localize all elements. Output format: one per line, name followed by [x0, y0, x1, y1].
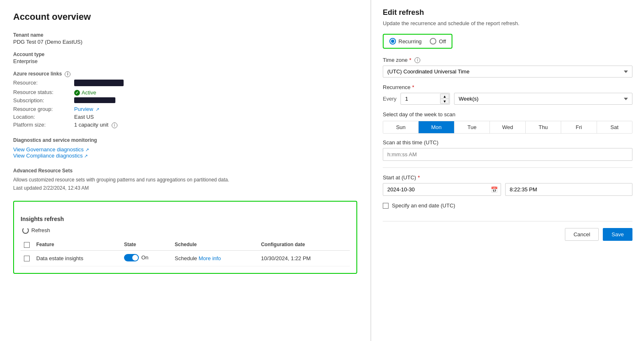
day-sun[interactable]: Sun — [383, 121, 419, 133]
schedule-header: Schedule — [171, 239, 258, 250]
platform-size-label: Platform size: — [13, 122, 71, 128]
recurrence-radio-group: Recurring Off — [383, 34, 452, 49]
resource-group-value: Purview ↗ — [74, 106, 357, 112]
refresh-icon — [22, 227, 29, 234]
scan-time-field: Scan at this time (UTC) — [383, 139, 632, 161]
recurrence-row: Every ▲ ▼ Day(s)Week(s)Month(s) — [383, 93, 632, 105]
location-value: East US — [74, 114, 357, 120]
recurring-radio[interactable] — [389, 38, 396, 45]
azure-links-label: Azure resource links i — [13, 71, 357, 77]
recurrence-number-wrap: ▲ ▼ — [400, 93, 450, 105]
off-option[interactable]: Off — [430, 38, 446, 45]
compliance-diagnostics-link[interactable]: View Compliance diagnostics ↗ — [13, 153, 88, 159]
start-required: * — [418, 174, 420, 181]
state-toggle[interactable] — [124, 254, 139, 261]
state-header: State — [121, 239, 171, 250]
resource-status-value: Active — [74, 89, 357, 96]
day-label: Select day of the week to scan — [383, 111, 632, 118]
state-cell: On — [121, 250, 171, 266]
timezone-label: Time zone * i — [383, 57, 632, 63]
panel-title: Edit refresh — [383, 8, 632, 17]
diagnostics-section: Diagnostics and service monitoring View … — [13, 137, 357, 159]
day-of-week-section: Select day of the week to scan Sun Mon T… — [383, 111, 632, 134]
panel-footer: Cancel Save — [383, 221, 632, 241]
tenant-value: PDG Test 07 (Demo EastUS) — [13, 39, 357, 45]
timezone-select[interactable]: (UTC) Coordinated Universal Time(UTC-05:… — [383, 66, 632, 78]
days-row: Sun Mon Tue Wed Thu Fri Sat — [383, 121, 632, 134]
config-date-cell: 10/30/2024, 1:22 PM — [258, 250, 350, 266]
more-info-link[interactable]: More info — [199, 255, 221, 261]
governance-diagnostics-link[interactable]: View Governance diagnostics ↗ — [13, 146, 89, 153]
subscription-value — [74, 97, 357, 104]
timezone-info-icon[interactable]: i — [415, 57, 420, 63]
cancel-button[interactable]: Cancel — [565, 228, 599, 241]
day-fri[interactable]: Fri — [561, 121, 597, 133]
resource-group-label: Resource group: — [13, 106, 71, 112]
start-label: Start at (UTC) * — [383, 174, 632, 181]
end-date-checkbox[interactable] — [383, 203, 389, 209]
feature-cell: Data estate insights — [33, 250, 121, 266]
platform-size-value: 1 capacity unit i — [74, 122, 357, 128]
save-button[interactable]: Save — [603, 228, 632, 241]
advanced-desc: Allows customized resource sets with gro… — [13, 176, 357, 183]
spin-down-button[interactable]: ▼ — [440, 99, 449, 104]
row-checkbox[interactable] — [24, 256, 30, 261]
page-title: Account overview — [13, 12, 357, 22]
insights-label: Insights refresh — [21, 216, 350, 222]
recurrence-required: * — [412, 84, 414, 90]
panel-subtitle: Update the recurrence and schedule of th… — [383, 20, 632, 26]
start-field: Start at (UTC) * 📅 — [383, 174, 632, 196]
divider — [383, 167, 632, 168]
left-panel: Account overview Tenant name PDG Test 07… — [0, 0, 371, 341]
toggle-wrap: On — [124, 254, 148, 261]
start-date-input[interactable] — [383, 183, 501, 196]
advanced-section: Advanced Resource Sets Allows customized… — [13, 168, 357, 191]
insights-section: Insights refresh Refresh Feature State S… — [13, 201, 357, 274]
scan-time-input[interactable] — [383, 148, 632, 161]
day-sat[interactable]: Sat — [597, 121, 632, 133]
recurrence-field: Recurrence * Every ▲ ▼ Day(s)Week(s)Mont… — [383, 84, 632, 105]
active-badge: Active — [74, 89, 96, 96]
feature-header: Feature — [33, 239, 121, 250]
resource-value — [74, 80, 357, 87]
external-link-icon-2: ↗ — [84, 153, 88, 158]
recurring-option[interactable]: Recurring — [389, 38, 422, 45]
account-type-label: Account type — [13, 52, 357, 57]
toggle-knob — [132, 255, 138, 261]
active-dot-icon — [74, 90, 80, 96]
scan-time-label: Scan at this time (UTC) — [383, 139, 632, 146]
row-checkbox-cell — [21, 250, 33, 266]
account-type-value: Enterprise — [13, 58, 357, 64]
recurring-label: Recurring — [398, 38, 422, 45]
start-time-input[interactable] — [505, 183, 632, 196]
off-radio[interactable] — [430, 38, 436, 45]
platform-info-icon[interactable]: i — [112, 122, 117, 128]
location-label: Location: — [13, 114, 71, 120]
subscription-label: Subscription: — [13, 97, 71, 104]
diagnostics-label: Diagnostics and service monitoring — [13, 137, 357, 143]
day-mon[interactable]: Mon — [419, 121, 454, 133]
end-date-row: Specify an end date (UTC) — [383, 202, 632, 209]
refresh-button[interactable]: Refresh — [21, 226, 52, 235]
config-date-header: Configuration date — [258, 239, 350, 250]
external-link-icon-1: ↗ — [85, 147, 89, 152]
azure-links-grid: Resource: Resource status: Active Subscr… — [13, 80, 357, 128]
day-tue[interactable]: Tue — [454, 121, 490, 133]
schedule-cell: Schedule More info — [171, 250, 258, 266]
azure-links-info-icon[interactable]: i — [65, 71, 70, 77]
spin-up-button[interactable]: ▲ — [440, 94, 449, 99]
every-label: Every — [383, 96, 396, 102]
select-all-header — [21, 239, 33, 250]
spin-buttons: ▲ ▼ — [440, 94, 449, 104]
table-row: Data estate insights On Schedule More in… — [21, 250, 350, 266]
right-panel: Edit refresh Update the recurrence and s… — [371, 0, 644, 341]
calendar-icon[interactable]: 📅 — [491, 186, 498, 193]
timezone-required: * — [409, 57, 411, 63]
day-thu[interactable]: Thu — [526, 121, 561, 133]
purview-link[interactable]: Purview ↗ — [74, 106, 99, 112]
day-wed[interactable]: Wed — [490, 121, 525, 133]
select-all-checkbox[interactable] — [24, 242, 30, 248]
external-link-icon: ↗ — [96, 107, 99, 112]
period-select[interactable]: Day(s)Week(s)Month(s) — [454, 93, 632, 105]
end-date-label: Specify an end date (UTC) — [392, 202, 455, 209]
